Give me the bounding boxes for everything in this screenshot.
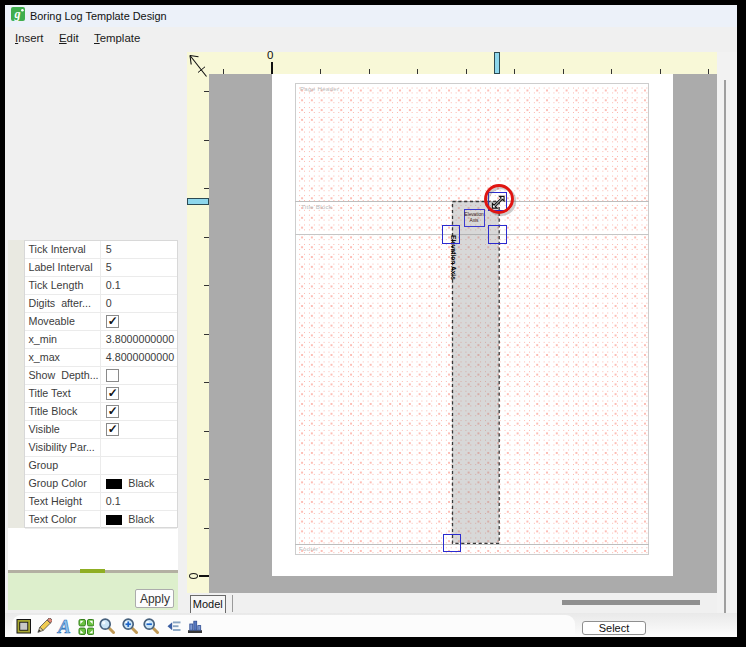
svg-text:g: g <box>14 7 21 21</box>
svg-text:A: A <box>57 618 71 635</box>
